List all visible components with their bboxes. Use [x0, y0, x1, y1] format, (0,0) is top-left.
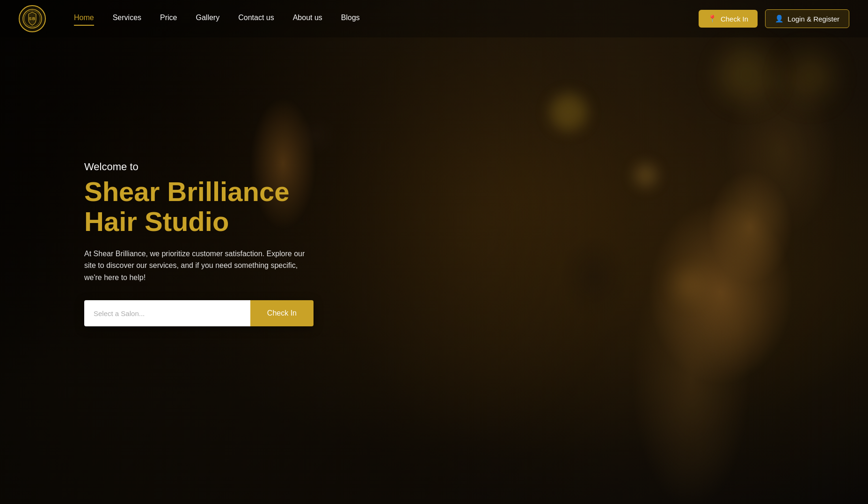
- navbar: SB Home Services Price Gallery Contact u…: [0, 0, 868, 37]
- navbar-checkin-button[interactable]: 📍 Check In: [699, 10, 758, 28]
- navbar-checkin-label: Check In: [721, 15, 748, 23]
- logo-badge: SB: [19, 5, 46, 32]
- hero-description: At Shear Brilliance, we prioritize custo…: [84, 248, 309, 284]
- navbar-login-button[interactable]: 👤 Login & Register: [765, 9, 849, 28]
- logo-svg: SB: [22, 8, 43, 29]
- brand-name-heading: Shear Brilliance Hair Studio: [84, 177, 314, 237]
- nav-link-price[interactable]: Price: [160, 14, 177, 24]
- barber-figure: [447, 0, 868, 504]
- brand-name-line1: Shear Brilliance: [84, 176, 289, 207]
- nav-link-blogs[interactable]: Blogs: [341, 14, 360, 24]
- location-icon: 📍: [708, 14, 717, 23]
- nav-link-gallery[interactable]: Gallery: [196, 14, 220, 24]
- checkin-bar: Check In: [84, 300, 314, 326]
- hero-section: SB Home Services Price Gallery Contact u…: [0, 0, 868, 504]
- brand-name-line2: Hair Studio: [84, 206, 229, 237]
- logo: SB: [19, 5, 46, 32]
- nav-link-contactus[interactable]: Contact us: [238, 14, 274, 24]
- user-icon: 👤: [775, 14, 784, 23]
- navbar-login-label: Login & Register: [788, 15, 839, 23]
- welcome-text: Welcome to: [84, 161, 314, 173]
- nav-link-aboutus[interactable]: About us: [293, 14, 322, 24]
- nav-link-home[interactable]: Home: [74, 14, 94, 24]
- nav-link-services[interactable]: Services: [113, 14, 141, 24]
- nav-actions: 📍 Check In 👤 Login & Register: [699, 9, 849, 28]
- hero-content: Welcome to Shear Brilliance Hair Studio …: [84, 161, 314, 326]
- checkin-bar-button[interactable]: Check In: [250, 300, 314, 326]
- nav-links: Home Services Price Gallery Contact us A…: [74, 14, 699, 24]
- svg-text:SB: SB: [29, 16, 36, 21]
- salon-select-input[interactable]: [84, 300, 250, 326]
